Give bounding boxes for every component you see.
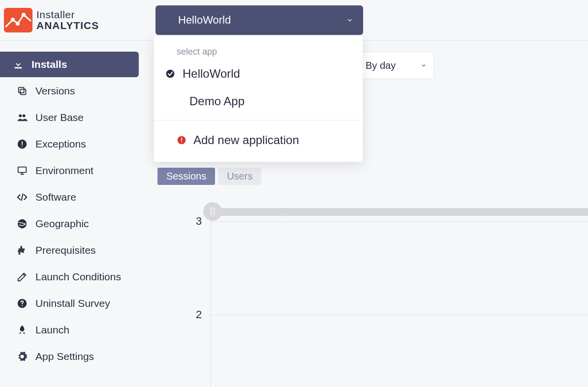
svg-rect-9 xyxy=(19,88,24,93)
granularity-label: By day xyxy=(366,60,396,71)
sidebar-item-label: Launch Conditions xyxy=(35,271,121,283)
app-selector-dropdown: select app HelloWorld Demo App Add new a… xyxy=(154,36,363,162)
app-option-label: HelloWorld xyxy=(183,67,240,81)
sidebar-item-label: Uninstall Survey xyxy=(35,298,110,309)
gridline-h xyxy=(211,221,588,222)
add-new-application-label: Add new application xyxy=(193,133,299,147)
monitor-icon xyxy=(16,165,29,176)
sidebar-item-versions[interactable]: Versions xyxy=(4,78,144,104)
sidebar-item-label: Installs xyxy=(31,59,67,70)
y-tick-2: 2 xyxy=(196,308,202,321)
alert-circle-icon xyxy=(177,135,186,145)
brand-line1: Installer xyxy=(36,9,99,20)
sidebar-item-software[interactable]: Software xyxy=(4,184,144,210)
sidebar-item-label: Software xyxy=(35,191,76,203)
rocket-icon xyxy=(16,325,29,335)
svg-rect-8 xyxy=(20,89,26,94)
brand-logo-icon xyxy=(4,8,32,32)
chevron-down-icon xyxy=(346,17,353,24)
sidebar-item-label: Exceptions xyxy=(35,138,86,150)
sidebar-item-prerequisites[interactable]: Prerequisites xyxy=(4,238,144,263)
svg-line-18 xyxy=(21,194,23,201)
svg-point-1 xyxy=(16,22,20,26)
app-selector-hint: select app xyxy=(154,47,363,62)
app-option-helloworld[interactable]: HelloWorld xyxy=(154,62,363,89)
chevron-down-icon xyxy=(421,62,427,68)
svg-point-10 xyxy=(19,114,22,117)
sidebar-item-appsettings[interactable]: App Settings xyxy=(4,344,144,369)
sidebar-item-launch[interactable]: Launch xyxy=(4,317,144,343)
sidebar-item-label: Prerequisites xyxy=(35,244,96,256)
svg-point-3 xyxy=(166,70,175,78)
app-selector[interactable]: HelloWorld xyxy=(155,5,363,35)
chart-area: 3 2 xyxy=(157,194,588,387)
tabs: Sessions Users xyxy=(157,168,261,185)
brand-line2: ANALYTICS xyxy=(36,20,99,31)
alert-circle-icon xyxy=(16,139,29,149)
sidebar-item-label: Geographic xyxy=(35,218,89,230)
sidebar-item-uninstallsurvey[interactable]: Uninstall Survey xyxy=(4,291,144,316)
tab-users[interactable]: Users xyxy=(218,168,261,185)
y-tick-3: 3 xyxy=(196,215,202,228)
code-icon xyxy=(16,192,29,203)
sidebar-item-label: Launch xyxy=(35,324,69,336)
sidebar-item-environment[interactable]: Environment xyxy=(4,158,144,183)
sidebar-item-geographic[interactable]: Geographic xyxy=(4,211,144,237)
gear-icon xyxy=(16,351,29,362)
sidebar-item-launchconditions[interactable]: Launch Conditions xyxy=(4,264,144,290)
sidebar-item-label: Versions xyxy=(35,85,75,97)
gridline-h xyxy=(211,315,588,315)
tab-label: Sessions xyxy=(166,171,206,181)
puzzle-icon xyxy=(16,245,29,256)
svg-point-21 xyxy=(22,305,23,306)
granularity-select[interactable]: By day xyxy=(356,52,434,79)
tab-sessions[interactable]: Sessions xyxy=(157,168,215,185)
svg-rect-15 xyxy=(18,167,27,173)
check-circle-icon xyxy=(165,68,176,79)
sidebar-item-installs[interactable]: Installs xyxy=(0,52,139,77)
app-option-demoapp[interactable]: Demo App xyxy=(154,89,363,117)
chart-scroll-handle[interactable] xyxy=(203,202,222,221)
app-selector-value: HelloWorld xyxy=(178,14,231,27)
brand-logo: Installer ANALYTICS xyxy=(4,8,154,32)
app-option-label: Demo App xyxy=(189,94,245,108)
svg-rect-6 xyxy=(181,142,182,143)
edit-icon xyxy=(16,271,29,282)
help-circle-icon xyxy=(16,298,29,309)
svg-rect-13 xyxy=(22,142,23,145)
sidebar-item-exceptions[interactable]: Exceptions xyxy=(4,131,144,157)
globe-icon xyxy=(16,218,29,229)
users-icon xyxy=(16,112,29,123)
chart-plot xyxy=(211,214,588,387)
sidebar-item-userbase[interactable]: User Base xyxy=(4,105,144,130)
svg-point-0 xyxy=(11,18,15,22)
svg-rect-5 xyxy=(181,138,182,141)
svg-rect-14 xyxy=(22,146,23,147)
download-icon xyxy=(12,59,25,70)
gridline-v xyxy=(285,214,285,387)
svg-rect-7 xyxy=(15,67,22,69)
svg-point-11 xyxy=(23,114,26,117)
tab-label: Users xyxy=(227,171,252,181)
copy-icon xyxy=(16,86,29,96)
sidebar-item-label: App Settings xyxy=(35,351,94,362)
add-new-application[interactable]: Add new application xyxy=(154,120,363,162)
sidebar-item-label: Environment xyxy=(35,165,93,177)
sidebar-item-label: User Base xyxy=(35,112,84,123)
svg-point-2 xyxy=(22,13,26,17)
sidebar: Installs Versions User Base Exceptions E xyxy=(0,41,148,387)
